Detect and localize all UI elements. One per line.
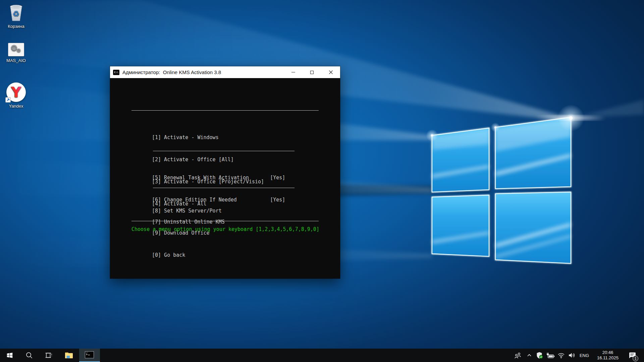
separator-line <box>153 188 294 188</box>
cmd-icon: C:\ <box>113 70 119 75</box>
menu-item: [5] Renewal Task With Activation [Yes] <box>152 174 285 181</box>
minimize-button[interactable] <box>284 66 303 78</box>
minimize-icon <box>291 72 295 72</box>
gear-icon: ⚙ <box>16 48 21 54</box>
security-shield-icon <box>536 351 544 359</box>
task-view-button[interactable] <box>39 349 58 362</box>
close-button[interactable] <box>321 66 340 78</box>
separator-line <box>153 151 294 151</box>
cmd-window: C:\ Администратор: Online KMS Activation… <box>110 66 340 279</box>
svg-text:Y: Y <box>11 84 21 101</box>
language-label: ENG <box>580 353 589 358</box>
menu-item: [0] Go back <box>152 251 222 259</box>
people-button[interactable] <box>512 349 524 362</box>
mas-aio-desktop-icon[interactable]: ⚙ ⚙ MAS_AIO <box>1 43 32 63</box>
window-title: Администратор: Online KMS Activation 3.8 <box>122 69 221 75</box>
people-icon <box>514 351 522 359</box>
batch-file-icon: ⚙ ⚙ <box>8 43 24 56</box>
desktop: ♻ Корзина ⚙ ⚙ MAS_AIO Y <box>0 0 644 362</box>
language-indicator[interactable]: ENG <box>577 349 592 362</box>
maximize-button[interactable] <box>303 66 321 78</box>
search-button[interactable] <box>19 349 39 362</box>
hidden-icons-button[interactable] <box>524 349 535 362</box>
menu-item: [1] Activate - Windows <box>152 134 264 141</box>
defender-tray-button[interactable] <box>535 349 545 362</box>
notification-badge: 1 <box>633 356 638 361</box>
clock-date: 16.11.2025 <box>597 355 619 361</box>
task-view-icon <box>45 351 53 359</box>
console-taskbar-button[interactable] <box>79 349 100 362</box>
taskbar: ENG 20:46 16.11.2025 1 <box>0 349 644 362</box>
console-window-icon <box>85 351 95 359</box>
maximize-icon <box>310 71 314 74</box>
yandex-browser-icon: Y <box>6 82 26 102</box>
wifi-tray-button[interactable] <box>556 349 566 362</box>
window-titlebar[interactable]: C:\ Администратор: Online KMS Activation… <box>110 66 340 78</box>
clock-time: 20:46 <box>602 350 613 355</box>
file-explorer-icon <box>64 352 73 359</box>
separator-line <box>131 110 319 111</box>
action-center-button[interactable]: 1 <box>624 349 641 362</box>
desktop-icon-label: Yandex <box>9 104 23 109</box>
search-icon <box>25 351 33 359</box>
clock[interactable]: 20:46 16.11.2025 <box>592 349 624 362</box>
recycle-bin-desktop-icon[interactable]: ♻ Корзина <box>1 3 32 29</box>
battery-charging-icon <box>546 352 555 359</box>
volume-tray-button[interactable] <box>566 349 577 362</box>
wifi-icon <box>557 351 565 359</box>
console-prompt: Choose a menu option using your keyboard… <box>131 226 319 233</box>
shortcut-arrow-icon <box>5 97 11 103</box>
windows-logo-icon <box>6 352 13 359</box>
file-explorer-button[interactable] <box>58 349 79 362</box>
yandex-desktop-icon[interactable]: Y Yandex <box>1 82 32 109</box>
battery-tray-button[interactable] <box>545 349 556 362</box>
system-tray: ENG 20:46 16.11.2025 1 <box>512 349 644 362</box>
menu-item: [8] Set KMS Server/Port <box>152 207 222 215</box>
chevron-up-icon <box>526 352 532 358</box>
svg-text:♻: ♻ <box>13 10 19 18</box>
desktop-icon-label: Корзина <box>8 24 24 29</box>
close-icon <box>329 70 333 74</box>
menu-section-misc: [8] Set KMS Server/Port [9] Download Off… <box>152 192 222 274</box>
caption-buttons <box>284 66 340 78</box>
desktop-icon-label: MAS_AIO <box>6 58 26 63</box>
start-button[interactable] <box>0 349 19 362</box>
console-output[interactable]: [1] Activate - Windows [2] Activate - Of… <box>110 78 340 279</box>
speaker-icon <box>568 351 576 359</box>
separator-line <box>131 221 319 221</box>
recycle-bin-icon: ♻ <box>7 3 25 22</box>
